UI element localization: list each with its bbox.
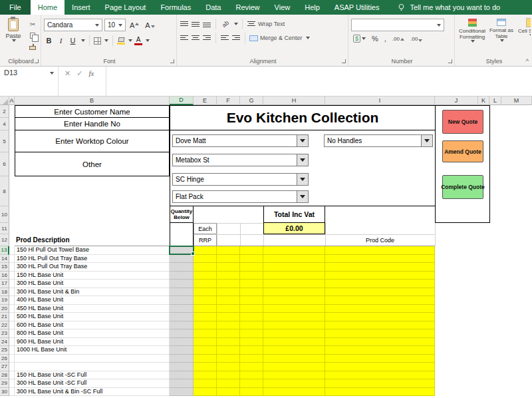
alignment-dialog-launcher-icon[interactable] [342, 59, 346, 63]
number-dialog-launcher-icon[interactable] [448, 59, 452, 63]
quantity-cell[interactable] [170, 272, 194, 280]
prod-code-cell[interactable] [325, 280, 435, 288]
col-a-cell[interactable] [9, 263, 15, 272]
hinge-type-dropdown[interactable]: SC Hinge [172, 173, 309, 186]
quantity-cell[interactable] [170, 346, 194, 355]
collapse-ribbon-icon[interactable]: ^ [526, 58, 529, 65]
product-desc-cell[interactable]: 150 HL Base Unit -SC Full [15, 371, 170, 380]
increase-font-size-icon[interactable]: A [128, 21, 141, 29]
row-header[interactable]: 2 [0, 105, 9, 118]
insert-function-icon[interactable]: fx [88, 69, 94, 77]
col-a-cell[interactable] [9, 346, 15, 355]
col-a-cell[interactable] [9, 355, 15, 363]
dropdown-arrow-icon[interactable] [297, 154, 308, 166]
rrp-cell[interactable] [194, 338, 217, 347]
quantity-header-cell[interactable]: Quantity Below [170, 206, 194, 223]
total-cell[interactable] [263, 272, 325, 280]
cell-styles-button[interactable]: Cell Styles [516, 16, 531, 57]
row-header[interactable]: 21 [0, 313, 9, 321]
rrp-cell[interactable] [194, 313, 217, 321]
col-a-cell[interactable] [9, 288, 15, 297]
prod-code-cell[interactable] [325, 288, 435, 297]
cell[interactable] [217, 371, 240, 380]
rrp-cell[interactable] [194, 255, 217, 264]
cell[interactable] [217, 313, 240, 321]
tab-view[interactable]: View [267, 0, 298, 15]
clipboard-dialog-launcher-icon[interactable] [35, 59, 39, 63]
wrap-text-button[interactable]: Wrap Text [247, 21, 285, 28]
cell[interactable] [240, 329, 263, 338]
tab-formulas[interactable]: Formulas [153, 0, 198, 15]
cell[interactable] [240, 288, 263, 297]
product-desc-cell[interactable]: 300 HL Base Unit & Bin [15, 288, 170, 297]
cell[interactable] [217, 296, 240, 305]
row-header[interactable]: 26 [0, 355, 9, 363]
row-header[interactable]: 6 [0, 152, 9, 176]
cell[interactable] [217, 321, 240, 330]
prod-code-header[interactable]: Prod Code [325, 234, 435, 246]
row-header[interactable]: 16 [0, 272, 9, 280]
cell[interactable] [217, 355, 240, 363]
decrease-font-size-icon[interactable]: A [143, 21, 156, 29]
prod-code-cell[interactable] [325, 255, 435, 264]
enter-icon[interactable]: ✓ [76, 69, 82, 78]
font-color-icon[interactable]: A [134, 37, 142, 45]
total-cell[interactable] [263, 388, 325, 397]
cell[interactable] [240, 338, 263, 347]
quantity-cell[interactable] [170, 321, 194, 330]
cut-icon[interactable]: ✂ [27, 20, 39, 29]
quantity-cell[interactable] [170, 329, 194, 338]
product-desc-cell[interactable] [15, 363, 170, 371]
col-a-cell[interactable] [9, 305, 15, 313]
name-box[interactable]: D13 [0, 67, 59, 96]
product-desc-cell[interactable]: 800 HL Base Unit [15, 329, 170, 338]
quantity-cell[interactable] [170, 371, 194, 380]
rrp-cell[interactable] [194, 263, 217, 272]
font-size-combo[interactable]: 10 [104, 19, 126, 31]
total-cell[interactable] [263, 355, 325, 363]
cell[interactable] [217, 280, 240, 288]
row-header[interactable]: 5 [0, 130, 9, 152]
total-cell[interactable] [263, 379, 325, 388]
col-a-cell[interactable] [9, 379, 15, 388]
percent-style-icon[interactable]: % [370, 35, 380, 43]
column-header-i[interactable]: I [325, 97, 435, 105]
cell[interactable] [240, 263, 263, 272]
underline-dropdown-icon[interactable] [81, 39, 85, 42]
row-header[interactable]: 24 [0, 338, 9, 347]
fill-color-icon[interactable] [117, 37, 125, 45]
quantity-cell[interactable] [170, 246, 194, 255]
each-header-cell[interactable]: Each [194, 223, 217, 234]
tab-data[interactable]: Data [198, 0, 228, 15]
rrp-cell[interactable] [194, 288, 217, 297]
prod-code-cell[interactable] [325, 313, 435, 321]
rrp-cell[interactable] [194, 296, 217, 305]
total-cell[interactable] [263, 263, 325, 272]
col-a-cell[interactable] [9, 338, 15, 347]
col-a-cell[interactable] [9, 296, 15, 305]
font-color-dropdown-icon[interactable] [146, 39, 150, 42]
row-header[interactable]: 29 [0, 379, 9, 388]
tell-me-box[interactable]: Tell me what you want to do [397, 0, 500, 15]
borders-icon[interactable] [94, 37, 101, 45]
cell[interactable] [240, 246, 263, 255]
quantity-cell[interactable] [170, 313, 194, 321]
cell[interactable] [240, 305, 263, 313]
merge-center-button[interactable]: Merge & Center [249, 35, 310, 41]
col-a-cell[interactable] [9, 255, 15, 264]
decrease-decimal-icon[interactable]: .00 [408, 35, 424, 42]
quantity-column-cell[interactable] [170, 222, 194, 246]
row-header[interactable]: 4 [0, 118, 9, 130]
prod-code-cell[interactable] [325, 355, 435, 363]
cell[interactable] [217, 338, 240, 347]
tab-home[interactable]: Home [31, 0, 65, 15]
bottom-align-icon[interactable] [202, 21, 211, 28]
prod-code-cell[interactable] [325, 305, 435, 313]
dropdown-arrow-icon[interactable] [297, 135, 308, 146]
col-a-cell[interactable] [9, 371, 15, 380]
customer-name-label-cell[interactable]: Enter Customer Name [15, 105, 170, 118]
prod-code-cell[interactable] [325, 329, 435, 338]
rrp-cell[interactable] [194, 272, 217, 280]
tab-help[interactable]: Help [297, 0, 327, 15]
decrease-indent-icon[interactable] [220, 35, 229, 42]
